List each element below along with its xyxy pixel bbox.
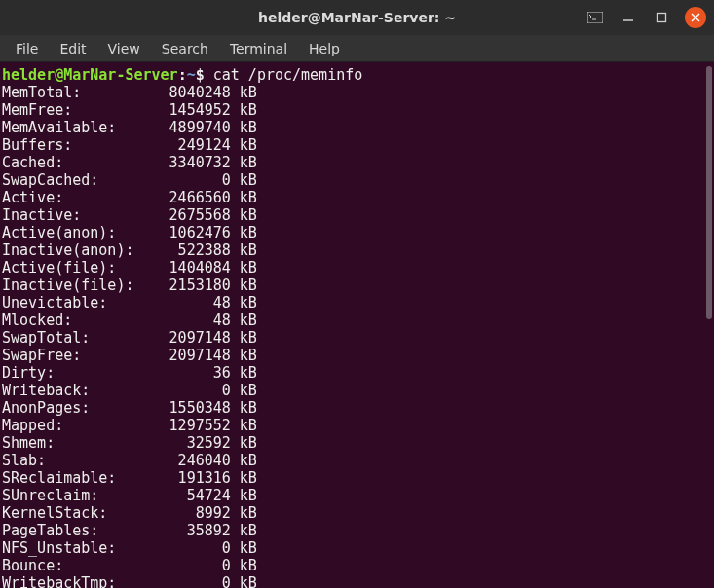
window-title: helder@MarNar-Server: ~ [258, 10, 456, 25]
close-icon[interactable] [685, 7, 706, 28]
window-controls [585, 0, 706, 35]
meminfo-line: PageTables: 35892 kB [2, 522, 712, 539]
menu-search[interactable]: Search [152, 38, 218, 59]
prompt-dollar: $ [196, 66, 213, 84]
meminfo-line: Inactive(file): 2153180 kB [2, 276, 712, 294]
meminfo-line: Mapped: 1297552 kB [2, 417, 712, 434]
scrollbar-thumb[interactable] [706, 66, 712, 319]
meminfo-line: Inactive: 2675568 kB [2, 206, 712, 224]
terminal-area[interactable]: helder@MarNar-Server:~$ cat /proc/meminf… [0, 62, 714, 588]
prompt-line: helder@MarNar-Server:~$ cat /proc/meminf… [2, 66, 712, 84]
meminfo-line: WritebackTmp: 0 kB [2, 574, 712, 588]
menu-terminal[interactable]: Terminal [220, 38, 297, 59]
terminal-window: helder@MarNar-Server: ~ File Edit View S… [0, 0, 714, 588]
meminfo-line: KernelStack: 8992 kB [2, 504, 712, 522]
meminfo-line: Active(file): 1404084 kB [2, 259, 712, 276]
meminfo-line: Dirty: 36 kB [2, 364, 712, 382]
meminfo-line: AnonPages: 1550348 kB [2, 399, 712, 417]
terminal-launcher-icon[interactable] [585, 8, 605, 27]
menu-edit[interactable]: Edit [50, 38, 95, 59]
meminfo-line: Active(anon): 1062476 kB [2, 224, 712, 241]
meminfo-line: Writeback: 0 kB [2, 382, 712, 399]
meminfo-line: Unevictable: 48 kB [2, 294, 712, 312]
menubar: File Edit View Search Terminal Help [0, 35, 714, 62]
prompt-colon: : [178, 66, 187, 84]
command-text: cat /proc/meminfo [213, 66, 363, 84]
menu-file[interactable]: File [6, 38, 48, 59]
svg-rect-3 [658, 14, 666, 22]
meminfo-line: MemFree: 1454952 kB [2, 101, 712, 119]
meminfo-line: Bounce: 0 kB [2, 557, 712, 574]
meminfo-line: Shmem: 32592 kB [2, 434, 712, 452]
meminfo-line: Inactive(anon): 522388 kB [2, 241, 712, 259]
prompt-user-host: helder@MarNar-Server [2, 66, 178, 84]
meminfo-line: Mlocked: 48 kB [2, 312, 712, 329]
scrollbar-track[interactable] [704, 62, 714, 588]
menu-help[interactable]: Help [299, 38, 350, 59]
meminfo-line: Slab: 246040 kB [2, 452, 712, 469]
meminfo-line: Cached: 3340732 kB [2, 154, 712, 171]
terminal-content[interactable]: helder@MarNar-Server:~$ cat /proc/meminf… [0, 62, 714, 588]
maximize-icon[interactable] [652, 8, 671, 27]
titlebar[interactable]: helder@MarNar-Server: ~ [0, 0, 714, 35]
meminfo-line: SReclaimable: 191316 kB [2, 469, 712, 487]
menu-view[interactable]: View [98, 38, 150, 59]
meminfo-line: SwapCached: 0 kB [2, 171, 712, 189]
meminfo-line: SwapFree: 2097148 kB [2, 347, 712, 364]
minimize-icon[interactable] [619, 8, 638, 27]
prompt-path: ~ [187, 66, 196, 84]
meminfo-line: Buffers: 249124 kB [2, 136, 712, 154]
meminfo-line: MemAvailable: 4899740 kB [2, 119, 712, 136]
meminfo-line: SUnreclaim: 54724 kB [2, 487, 712, 504]
meminfo-line: Active: 2466560 kB [2, 189, 712, 206]
meminfo-line: MemTotal: 8040248 kB [2, 84, 712, 101]
meminfo-line: SwapTotal: 2097148 kB [2, 329, 712, 347]
meminfo-line: NFS_Unstable: 0 kB [2, 539, 712, 557]
